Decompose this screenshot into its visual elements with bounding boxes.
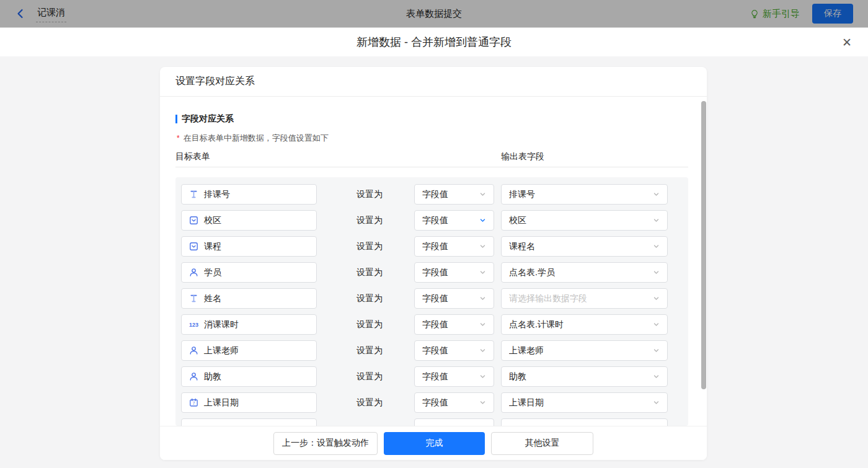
target-field-label: 学员: [204, 267, 221, 278]
vertical-scrollbar-thumb[interactable]: [701, 101, 706, 389]
output-field-dropdown[interactable]: 课程名: [501, 236, 668, 257]
chevron-down-icon: [479, 243, 486, 250]
target-field-label: 姓名: [204, 293, 221, 304]
section-accent-bar: [175, 115, 177, 123]
header-divider: [175, 167, 688, 167]
target-field-box: 助教: [181, 366, 317, 387]
close-icon[interactable]: ✕: [842, 37, 852, 48]
output-field-dropdown[interactable]: 点名表.计课时: [501, 314, 668, 335]
prev-step-button[interactable]: 上一步：设置触发动作: [273, 432, 378, 455]
field-mapping-card: 设置字段对应关系 字段对应关系 *在目标表单中新增数据，字段值设置如下 目标表单…: [160, 67, 707, 460]
person-field-icon: [189, 372, 198, 381]
svg-text:7: 7: [193, 401, 195, 405]
field-mapping-row: 上课老师 设置为 字段值 上课老师: [175, 338, 688, 364]
card-footer: 上一步：设置触发动作 完成 其他设置: [160, 426, 707, 460]
output-field-dropdown[interactable]: 助教: [501, 366, 668, 387]
other-settings-button[interactable]: 其他设置: [491, 432, 593, 455]
value-type-dropdown[interactable]: 字段值: [414, 366, 494, 387]
chevron-down-icon: [653, 269, 660, 276]
value-type-dropdown[interactable]: 字段值: [414, 262, 494, 283]
rows: 排课号 设置为 字段值 排课号 校区 设置为 字段值: [175, 177, 688, 426]
modal-title: 新增数据 - 合并新增到普通字段: [356, 35, 512, 50]
set-as-label: 设置为: [356, 340, 383, 361]
field-mapping-row: 助教 设置为 字段值 助教: [175, 364, 688, 390]
modal-body: 设置字段对应关系 字段对应关系 *在目标表单中新增数据，字段值设置如下 目标表单…: [0, 56, 868, 468]
value-type-dropdown[interactable]: 字段值: [414, 314, 494, 335]
section-title: 字段对应关系: [175, 113, 234, 125]
field-mapping-row: 校区 设置为 字段值 校区: [175, 208, 688, 234]
output-field-dropdown[interactable]: 上课老师: [501, 340, 668, 361]
value-type-dropdown[interactable]: 字段值: [414, 184, 494, 205]
field-mapping-row: 学员 设置为 字段值 点名表.学员: [175, 260, 688, 286]
set-as-label: 设置为: [356, 288, 383, 309]
chevron-down-icon: [653, 295, 660, 302]
modal-dim-overlay: [0, 0, 868, 27]
field-mapping-row: 排课号 设置为 字段值 排课号: [175, 182, 688, 208]
column-header-output-fields: 输出表字段: [501, 151, 544, 162]
target-field-label: 消课课时: [204, 319, 239, 330]
target-field-box: 课程: [181, 236, 317, 257]
chevron-down-icon: [653, 373, 660, 380]
set-as-label: 设置为: [356, 210, 383, 231]
chevron-down-icon: [479, 295, 486, 302]
target-field-label: 校区: [204, 215, 221, 226]
set-as-label: 设置为: [356, 314, 383, 335]
output-field-dropdown[interactable]: 点名表.学员: [501, 262, 668, 283]
text-field-icon: [189, 294, 198, 303]
output-field-dropdown[interactable]: [501, 418, 668, 426]
number-field-icon: 123: [189, 320, 198, 329]
chevron-down-icon: [479, 191, 486, 198]
value-type-dropdown[interactable]: 字段值: [414, 236, 494, 257]
set-as-label: 设置为: [356, 392, 383, 413]
chevron-down-icon: [479, 269, 486, 276]
chevron-down-icon: [653, 191, 660, 198]
modal-header: 新增数据 - 合并新增到普通字段 ✕: [0, 28, 868, 56]
chevron-down-icon: [653, 321, 660, 328]
page: 记课消 表单数据提交 新手引导 保存 新: [0, 0, 868, 468]
target-field-box: 姓名: [181, 288, 317, 309]
set-as-label: 设置为: [356, 262, 383, 283]
target-field-box: 校区: [181, 210, 317, 231]
set-as-label: 设置为: [356, 236, 383, 257]
select-field-icon: [189, 242, 198, 251]
card-content: 字段对应关系 *在目标表单中新增数据，字段值设置如下 目标表单 输出表字段 排课…: [160, 97, 707, 426]
done-button[interactable]: 完成: [384, 432, 485, 455]
target-field-box: 7 上课日期: [181, 392, 317, 413]
target-field-label: 排课号: [204, 189, 230, 200]
value-type-dropdown[interactable]: 字段值: [414, 340, 494, 361]
select-field-icon: [189, 216, 198, 225]
target-field-box: 上课老师: [181, 340, 317, 361]
person-field-icon: [189, 268, 198, 277]
set-as-label: 设置为: [356, 366, 383, 387]
set-as-label: 设置为: [356, 184, 383, 205]
chevron-down-icon: [653, 347, 660, 354]
column-header-target-form: 目标表单: [175, 151, 210, 162]
target-field-box: 学员: [181, 262, 317, 283]
value-type-dropdown[interactable]: 字段值: [414, 392, 494, 413]
target-field-box: 123 消课课时: [181, 314, 317, 335]
output-field-dropdown[interactable]: 排课号: [501, 184, 668, 205]
output-field-dropdown[interactable]: 校区: [501, 210, 668, 231]
chevron-down-icon: [653, 243, 660, 250]
target-field-label: 课程: [204, 241, 221, 252]
value-type-dropdown[interactable]: 字段值: [414, 210, 494, 231]
output-field-dropdown[interactable]: 请选择输出数据字段: [501, 288, 668, 309]
value-type-dropdown[interactable]: 字段值: [414, 288, 494, 309]
date-field-icon: 7: [189, 398, 198, 407]
target-field-label: 上课老师: [204, 345, 239, 356]
output-field-dropdown[interactable]: 上课日期: [501, 392, 668, 413]
top-toolbar: 记课消 表单数据提交 新手引导 保存: [0, 0, 868, 28]
chevron-down-icon: [653, 217, 660, 224]
value-type-dropdown[interactable]: [414, 418, 494, 426]
field-mapping-row: 课程 设置为 字段值 课程名: [175, 234, 688, 260]
add-data-modal: 新增数据 - 合并新增到普通字段 ✕ 设置字段对应关系 字段对应关系 *在目标表…: [0, 28, 868, 468]
target-field-label: 助教: [204, 371, 221, 382]
required-mark: *: [177, 134, 180, 143]
chevron-down-icon: [653, 399, 660, 406]
target-field-box: [181, 418, 317, 426]
target-field-box: 排课号: [181, 184, 317, 205]
chevron-down-icon: [479, 399, 486, 406]
chevron-down-icon: [479, 217, 486, 224]
chevron-down-icon: [479, 347, 486, 354]
chevron-down-icon: [479, 373, 486, 380]
